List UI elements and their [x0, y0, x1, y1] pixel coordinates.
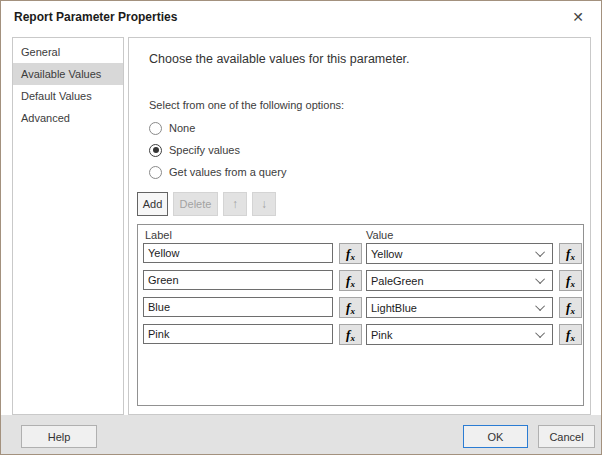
fx-x: x [350, 333, 355, 343]
value-dropdown[interactable]: LightBlue [366, 297, 553, 318]
options-label: Select from one of the following options… [149, 99, 344, 111]
radio-row-specify-values: Specify values [149, 142, 240, 158]
label-input[interactable] [143, 270, 333, 290]
radio-row-query-values: Get values from a query [149, 164, 286, 180]
value-dropdown-text: PaleGreen [371, 275, 538, 287]
table-row: fx Pink fx [138, 324, 583, 345]
move-up-icon[interactable]: ↑ [223, 192, 247, 216]
table-row: fx PaleGreen fx [138, 270, 583, 291]
add-button[interactable]: Add [137, 192, 168, 216]
fx-x: x [570, 252, 575, 262]
fx-x: x [350, 252, 355, 262]
fx-x: x [570, 279, 575, 289]
title-bar: Report Parameter Properties ✕ [1, 1, 601, 33]
fx-x: x [350, 279, 355, 289]
radio-query-values-label: Get values from a query [169, 166, 286, 178]
radio-specify-values-label: Specify values [169, 144, 240, 156]
sidebar-item-advanced[interactable]: Advanced [13, 107, 123, 129]
column-header-label: Label [145, 229, 172, 241]
value-dropdown-text: Yellow [371, 248, 538, 260]
delete-button[interactable]: Delete [173, 192, 218, 216]
value-dropdown[interactable]: PaleGreen [366, 270, 553, 291]
help-button[interactable]: Help [21, 425, 97, 448]
value-dropdown-text: Pink [371, 329, 538, 341]
sidebar-nav: General Available Values Default Values … [12, 37, 124, 415]
radio-none-label: None [169, 122, 195, 134]
fx-expression-icon[interactable]: fx [339, 297, 362, 318]
label-input[interactable] [143, 243, 333, 263]
sidebar-item-default-values[interactable]: Default Values [13, 85, 123, 107]
column-header-value: Value [366, 229, 393, 241]
fx-x: x [570, 306, 575, 316]
fx-expression-icon[interactable]: fx [339, 270, 362, 291]
label-input[interactable] [143, 324, 333, 344]
move-down-icon[interactable]: ↓ [252, 192, 276, 216]
cancel-button[interactable]: Cancel [538, 425, 595, 448]
radio-none[interactable] [149, 122, 162, 135]
fx-x: x [350, 306, 355, 316]
radio-specify-values[interactable] [149, 144, 162, 157]
page-heading: Choose the available values for this par… [149, 52, 410, 66]
fx-expression-icon[interactable]: fx [559, 297, 582, 318]
fx-expression-icon[interactable]: fx [559, 324, 582, 345]
table-row: fx LightBlue fx [138, 297, 583, 318]
dialog-title: Report Parameter Properties [14, 10, 177, 24]
sidebar-item-available-values[interactable]: Available Values [13, 63, 123, 85]
fx-expression-icon[interactable]: fx [559, 270, 582, 291]
ok-button[interactable]: OK [463, 425, 528, 448]
fx-expression-icon[interactable]: fx [339, 243, 362, 264]
fx-expression-icon[interactable]: fx [559, 243, 582, 264]
available-values-table: Label Value fx Yellow fx fx PaleGreen fx [137, 224, 584, 406]
main-panel: Choose the available values for this par… [128, 37, 591, 415]
table-row: fx Yellow fx [138, 243, 583, 264]
value-dropdown-text: LightBlue [371, 302, 538, 314]
value-dropdown[interactable]: Yellow [366, 243, 553, 264]
label-input[interactable] [143, 297, 333, 317]
value-dropdown[interactable]: Pink [366, 324, 553, 345]
radio-row-none: None [149, 120, 195, 136]
radio-query-values[interactable] [149, 166, 162, 179]
fx-x: x [570, 333, 575, 343]
fx-expression-icon[interactable]: fx [339, 324, 362, 345]
close-icon[interactable]: ✕ [568, 7, 588, 27]
footer-bar: Help OK Cancel [1, 415, 601, 454]
report-parameter-properties-dialog: Report Parameter Properties ✕ General Av… [0, 0, 602, 455]
sidebar-item-general[interactable]: General [13, 41, 123, 63]
